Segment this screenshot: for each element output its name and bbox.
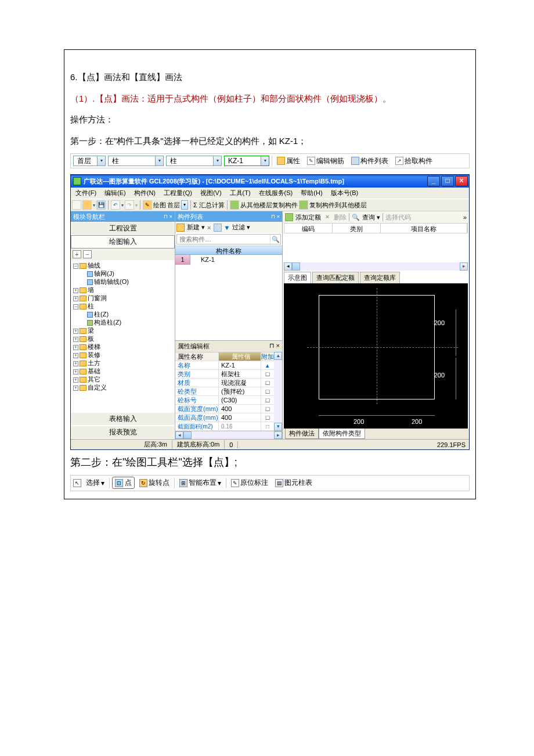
tree-col[interactable]: 柱 [88,303,94,309]
chevron-down-icon[interactable]: ▾ [261,156,269,165]
btn-pick[interactable]: ↗拾取构件 [393,156,435,166]
tree-toggle[interactable]: + [73,337,78,342]
prop-check[interactable]: □ [261,422,274,430]
prop-value[interactable]: 400 [219,413,261,422]
col-cat[interactable]: 类别 [333,224,381,233]
tree-other[interactable]: 其它 [88,376,100,383]
tree-toggle[interactable]: + [73,288,78,293]
hscrollbar[interactable]: ◂▸ [175,431,282,439]
panel-pin-icon[interactable]: ⊓ × [271,214,280,219]
combo-floor[interactable]: 首层▾ [73,156,106,166]
chevron-down-icon[interactable]: ▾ [155,156,163,165]
chevron-down-icon[interactable]: ▾ [213,156,221,165]
btn-filter[interactable]: 过滤 ▾ [232,223,250,232]
tree-toggle[interactable]: − [73,304,78,309]
search-input[interactable] [177,235,270,244]
col-name[interactable]: 项目名称 [381,224,467,233]
minimize-button[interactable]: _ [427,176,440,186]
menu-edit[interactable]: 编辑(E) [104,189,126,197]
delete-icon[interactable]: × [207,224,211,231]
btab-method[interactable]: 构件做法 [285,428,319,439]
overflow-icon[interactable]: » [463,214,467,221]
btn-rotate[interactable]: ↻旋转点 [137,478,172,488]
tree-toggle[interactable]: + [73,353,78,358]
draw-icon[interactable]: ✎ [143,200,152,210]
tab-diagram[interactable]: 示意图 [284,272,311,283]
redo-icon[interactable]: ↷ [125,200,134,210]
search-box[interactable]: 🔍 [176,234,281,244]
maximize-button[interactable]: □ [441,176,454,186]
close-button[interactable]: × [455,176,468,186]
tree-toggle[interactable]: + [73,377,78,383]
nav-tab-table[interactable]: 表格输入 [71,412,175,426]
prop-value[interactable]: 框架柱 [219,370,261,378]
tree-toggle[interactable]: + [73,386,78,391]
tree-toggle[interactable]: + [73,345,78,350]
menu-online[interactable]: 在线服务(S) [259,189,293,197]
panel-pin-icon[interactable]: ⊓ × [269,342,280,351]
prop-check[interactable] [261,361,274,369]
prop-value[interactable]: (预拌砼) [219,387,261,395]
btn-sum[interactable]: Σ 汇总计算 [193,201,225,210]
btn-origin[interactable]: ✎原位标注 [229,478,270,488]
btn-add-quota[interactable]: 添加定额 [295,213,321,222]
combo-cat2[interactable]: 柱▾ [166,156,222,166]
btn-draw[interactable]: 绘图 [153,201,166,210]
prop-col-extra[interactable]: 附加▴ [261,352,274,361]
tree-found[interactable]: 基础 [88,368,100,375]
tree-beam[interactable]: 梁 [88,327,94,334]
btn-table[interactable]: ▤图元柱表 [273,478,315,488]
tree-toggle[interactable]: + [73,296,78,301]
btn-point[interactable]: ⊡ 点 [112,477,135,489]
prop-check[interactable]: □ [261,405,274,413]
vscrollbar[interactable]: ▴▾ [274,352,282,431]
prop-check[interactable]: □ [261,379,274,387]
delete-icon[interactable]: × [323,213,331,221]
menu-view[interactable]: 视图(V) [200,189,222,197]
menu-help[interactable]: 帮助(H) [301,189,322,197]
prop-check[interactable]: □ [261,387,274,395]
undo-icon[interactable]: ↶ [111,200,120,210]
save-icon[interactable]: 💾 [96,200,106,210]
chevron-down-icon[interactable]: ▾ [97,156,105,165]
menu-file[interactable]: 文件(F) [75,189,96,197]
prop-value[interactable]: 0.16 [219,422,261,430]
tree-door[interactable]: 门窗洞 [88,294,107,301]
col-code[interactable]: 编码 [284,224,333,233]
btn-copyfrom[interactable]: 从其他楼层复制构件 [240,201,298,210]
tree-custom[interactable]: 自定义 [88,384,107,391]
panel-pin-icon[interactable]: ⊓ × [164,214,172,219]
tree-toggle[interactable]: + [73,369,78,375]
btn-rebar[interactable]: ✎编辑钢筋 [305,156,347,166]
btn-new[interactable]: 新建 ▾ [187,223,205,232]
menu-member[interactable]: 构件(N) [134,189,156,197]
chevron-down-icon[interactable]: ▾ [181,200,188,210]
list-row[interactable]: 1KZ-1 [175,255,282,265]
tab-match[interactable]: 查询匹配定额 [312,272,359,283]
collapse-all-button[interactable]: − [83,250,92,258]
btn-props[interactable]: 属性 [275,156,302,166]
btn-select[interactable]: 选择 ▾ [84,478,107,488]
tree-wall[interactable]: 墙 [88,286,94,293]
prop-value[interactable]: KZ-1 [219,361,261,369]
open-icon[interactable] [82,200,92,210]
copy-icon[interactable] [214,224,222,232]
menu-ver[interactable]: 版本号(B) [331,189,359,197]
btn-code[interactable]: 选择代码 [385,213,411,222]
btn-copyto[interactable]: 复制构件到其他楼层 [309,201,367,210]
prop-value[interactable]: 400 [219,405,261,413]
btn-list[interactable]: 构件列表 [349,156,391,166]
menu-qty[interactable]: 工程量(Q) [164,189,192,197]
nav-tab-draw[interactable]: 绘图输入 [71,235,175,249]
nav-tab-settings[interactable]: 工程设置 [71,222,175,235]
combo-cat1[interactable]: 柱▾ [108,156,164,166]
prop-value[interactable]: 现浇混凝 [219,379,261,387]
filter-icon[interactable]: ▼ [224,224,230,231]
tree-slab[interactable]: 板 [88,335,94,342]
tree-col-gz[interactable]: 构造柱(Z) [94,319,121,326]
tree-grid[interactable]: 轴网(J) [94,270,114,277]
btab-attach[interactable]: 依附构件类型 [319,428,365,439]
tree-axis[interactable]: 轴线 [88,262,100,269]
section-canvas[interactable]: 200 200 200 200 [284,283,468,429]
prop-check[interactable]: □ [261,370,274,378]
